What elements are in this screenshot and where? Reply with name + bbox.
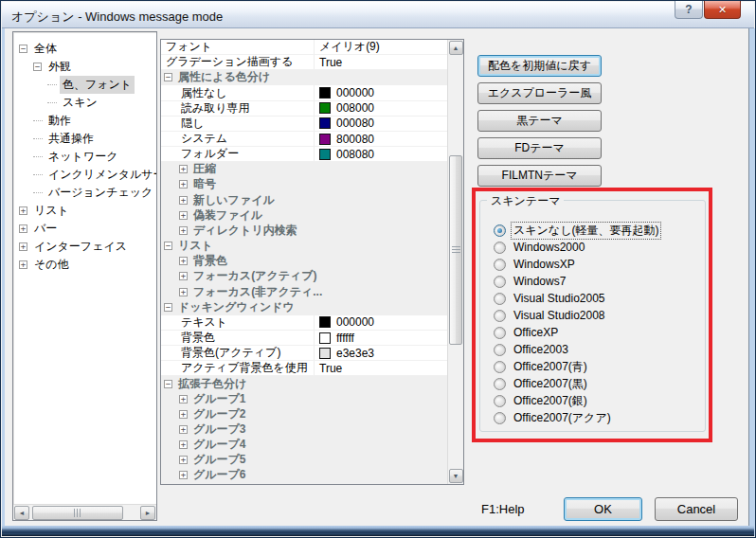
expand-icon[interactable]: + bbox=[179, 288, 188, 296]
options-tree[interactable]: −全体−外観色、フォントスキン動作共通操作ネットワークインクリメンタルサーバージ… bbox=[12, 31, 157, 521]
radio-button[interactable] bbox=[494, 293, 506, 305]
property-value[interactable]: True bbox=[315, 56, 447, 69]
tree-item[interactable]: −外観 bbox=[13, 58, 156, 76]
scroll-up-button[interactable]: ▲ bbox=[449, 41, 463, 55]
tree-item-label[interactable]: ネットワーク bbox=[45, 148, 120, 166]
radio-button[interactable] bbox=[494, 224, 506, 237]
radio-button[interactable] bbox=[494, 310, 506, 322]
tree-item-label[interactable]: 外観 bbox=[45, 58, 74, 76]
category-row[interactable]: −ドッキングウィンドウ bbox=[161, 300, 447, 315]
radio-option[interactable]: OfficeXP bbox=[494, 324, 660, 341]
radio-option[interactable]: Office2007(アクア) bbox=[494, 409, 660, 426]
tree-item-label[interactable]: その他 bbox=[31, 256, 72, 274]
tree-item[interactable]: ネットワーク bbox=[13, 148, 156, 166]
subcategory-row[interactable]: +グループ4 bbox=[161, 438, 447, 453]
category-row[interactable]: −リスト bbox=[161, 239, 447, 254]
property-row[interactable]: 背景色ffffff bbox=[161, 331, 447, 346]
tree-item-label[interactable]: インターフェイス bbox=[31, 238, 130, 256]
tree-item[interactable]: 共通操作 bbox=[13, 130, 156, 148]
tree-item[interactable]: 動作 bbox=[13, 112, 156, 130]
filmtn-theme-button[interactable]: FILMTNテーマ bbox=[477, 165, 602, 187]
radio-option[interactable]: Office2007(銀) bbox=[494, 392, 660, 409]
radio-button[interactable] bbox=[494, 378, 506, 390]
grid-vertical-scrollbar[interactable]: ▲ ▼ bbox=[447, 40, 463, 484]
tree-item-label[interactable]: スキン bbox=[60, 94, 100, 112]
expand-icon[interactable]: + bbox=[19, 206, 27, 215]
radio-button[interactable] bbox=[494, 395, 506, 407]
subcategory-row[interactable]: +フォーカス(非アクティ... bbox=[161, 285, 447, 300]
expand-icon[interactable]: + bbox=[179, 165, 188, 173]
radio-button[interactable] bbox=[494, 327, 506, 339]
expand-icon[interactable]: + bbox=[179, 440, 188, 449]
help-button[interactable]: ? bbox=[675, 1, 703, 19]
radio-button[interactable] bbox=[494, 242, 506, 254]
property-row[interactable]: 背景色(アクティブ)e3e3e3 bbox=[161, 346, 447, 361]
radio-option[interactable]: Visual Studio2008 bbox=[494, 307, 660, 324]
radio-option[interactable]: Office2003 bbox=[494, 341, 660, 358]
scrollbar-thumb[interactable] bbox=[449, 155, 462, 345]
radio-button[interactable] bbox=[494, 361, 506, 373]
expand-icon[interactable]: + bbox=[179, 257, 188, 265]
property-row[interactable]: テキスト000000 bbox=[161, 315, 447, 331]
collapse-icon[interactable]: − bbox=[164, 303, 172, 312]
property-value[interactable]: 000080 bbox=[315, 117, 447, 130]
property-value[interactable]: 000000 bbox=[315, 315, 447, 329]
tree-item-label[interactable]: インクリメンタルサー bbox=[45, 166, 156, 184]
property-row[interactable]: アクティブ背景色を使用True bbox=[161, 361, 447, 376]
black-theme-button[interactable]: 黒テーマ bbox=[477, 110, 602, 132]
collapse-icon[interactable]: − bbox=[164, 73, 172, 81]
tree-item[interactable]: −全体 bbox=[13, 40, 156, 58]
tree-item[interactable]: インクリメンタルサー bbox=[13, 166, 156, 184]
expand-icon[interactable]: + bbox=[179, 180, 188, 188]
subcategory-row[interactable]: +グループ5 bbox=[161, 453, 447, 468]
explorer-style-button[interactable]: エクスプローラー風 bbox=[477, 82, 602, 104]
property-value[interactable]: 000000 bbox=[315, 86, 447, 99]
scroll-down-button[interactable]: ▼ bbox=[449, 469, 463, 483]
tree-item[interactable]: バージョンチェック bbox=[13, 184, 156, 202]
tree-item[interactable]: +バー bbox=[13, 220, 156, 238]
radio-button[interactable] bbox=[494, 276, 506, 288]
reset-colors-button[interactable]: 配色を初期値に戻す bbox=[477, 55, 602, 77]
property-value[interactable]: 008000 bbox=[315, 101, 447, 115]
tree-item[interactable]: +インターフェイス bbox=[13, 238, 156, 256]
radio-option[interactable]: WindowsXP bbox=[494, 256, 660, 273]
expand-icon[interactable]: + bbox=[179, 272, 188, 280]
category-row[interactable]: −拡張子色分け bbox=[161, 376, 447, 391]
scroll-left-button[interactable]: ◄ bbox=[14, 506, 29, 520]
close-button[interactable]: ✕ bbox=[704, 1, 741, 19]
subcategory-row[interactable]: +背景色 bbox=[161, 254, 447, 269]
property-row[interactable]: フォントメイリオ(9) bbox=[161, 40, 447, 55]
property-value[interactable]: 008080 bbox=[315, 148, 447, 161]
radio-option[interactable]: Windows2000 bbox=[494, 239, 660, 256]
tree-item[interactable]: 色、フォント bbox=[13, 76, 156, 94]
property-value[interactable]: True bbox=[315, 362, 447, 375]
subcategory-row[interactable]: +偽装ファイル bbox=[161, 208, 447, 224]
expand-icon[interactable]: + bbox=[179, 226, 188, 235]
tree-item[interactable]: スキン bbox=[13, 94, 156, 112]
ok-button[interactable]: OK bbox=[564, 497, 642, 521]
tree-item-label[interactable]: 色、フォント bbox=[60, 76, 135, 94]
radio-option[interactable]: Windows7 bbox=[494, 273, 660, 290]
tree-horizontal-scrollbar[interactable]: ◄ ► bbox=[13, 504, 156, 520]
subcategory-row[interactable]: +フォーカス(アクティブ) bbox=[161, 269, 447, 284]
expand-icon[interactable]: + bbox=[179, 410, 188, 419]
fd-theme-button[interactable]: FDテーマ bbox=[477, 137, 602, 159]
expand-icon[interactable]: + bbox=[19, 260, 27, 269]
subcategory-row[interactable]: +グループ1 bbox=[161, 392, 447, 407]
tree-item-label[interactable]: 共通操作 bbox=[45, 130, 97, 148]
cancel-button[interactable]: Cancel bbox=[655, 497, 738, 521]
tree-item-label[interactable]: バー bbox=[31, 220, 60, 238]
radio-button[interactable] bbox=[494, 412, 506, 424]
property-value[interactable]: メイリオ(9) bbox=[315, 40, 447, 55]
tree-item[interactable]: +その他 bbox=[13, 256, 156, 274]
expand-icon[interactable]: + bbox=[179, 395, 188, 404]
subcategory-row[interactable]: +ディレクトリ内検索 bbox=[161, 224, 447, 239]
expand-icon[interactable]: + bbox=[19, 242, 27, 251]
expand-icon[interactable]: + bbox=[179, 196, 188, 205]
expand-icon[interactable]: + bbox=[179, 425, 188, 434]
expand-icon[interactable]: + bbox=[179, 471, 188, 479]
subcategory-row[interactable]: +グループ3 bbox=[161, 422, 447, 438]
property-value[interactable]: 800080 bbox=[315, 133, 447, 146]
tree-item-label[interactable]: リスト bbox=[31, 202, 72, 220]
property-row[interactable]: フォルダー008080 bbox=[161, 147, 447, 162]
